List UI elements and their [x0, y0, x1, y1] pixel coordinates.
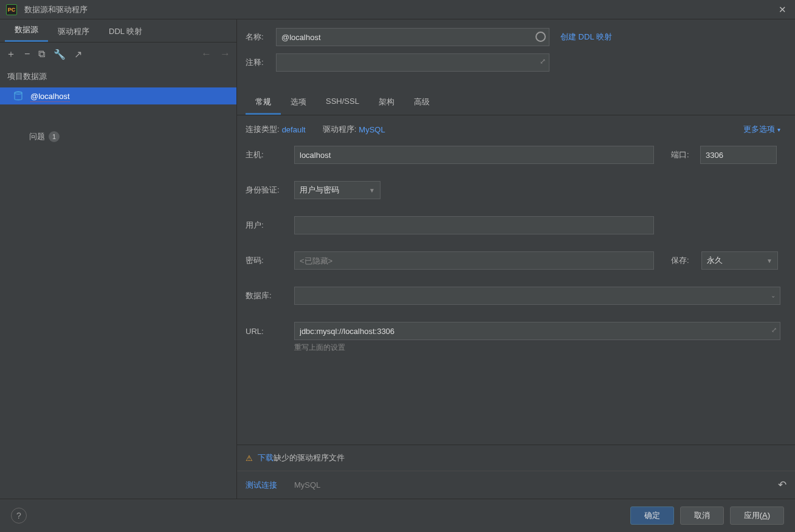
comment-input[interactable]	[276, 53, 549, 72]
warning-icon: ⚠	[246, 454, 253, 463]
url-label: URL:	[246, 327, 294, 336]
url-hint: 重写上面的设置	[294, 343, 780, 353]
create-ddl-link[interactable]: 创建 DDL 映射	[560, 32, 612, 43]
test-connection-link[interactable]: 测试连接	[246, 480, 277, 491]
host-label: 主机:	[246, 149, 294, 160]
title-bar: PC 数据源和驱动程序 ✕	[0, 0, 795, 19]
datasource-name: @localhost	[30, 92, 70, 101]
name-label: 名称:	[246, 32, 276, 43]
notice-text: 缺少的驱动程序文件	[274, 452, 345, 463]
tab-general[interactable]: 常规	[246, 91, 281, 115]
driver-value[interactable]: MySQL	[359, 125, 385, 134]
tab-datasource[interactable]: 数据源	[5, 19, 48, 42]
tab-advanced[interactable]: 高级	[404, 91, 439, 115]
dialog-buttons: ? 确定 取消 应用(A)	[0, 499, 795, 532]
database-label: 数据库:	[246, 290, 294, 301]
right-panel: 名称: 创建 DDL 映射 注释: ⤢ 常规 选项 SSH/SSL 架构 高级	[237, 19, 795, 499]
section-project-datasources: 项目数据源	[0, 66, 236, 87]
export-icon[interactable]: ↗	[74, 49, 82, 60]
tab-drivers[interactable]: 驱动程序	[48, 21, 99, 42]
cancel-button[interactable]: 取消	[680, 506, 724, 525]
color-circle-icon[interactable]	[535, 32, 546, 42]
left-tabs: 数据源 驱动程序 DDL 映射	[0, 19, 236, 43]
user-label: 用户:	[246, 220, 294, 231]
window-title: 数据源和驱动程序	[24, 4, 776, 15]
save-value: 永久	[707, 255, 723, 266]
remove-icon[interactable]: −	[24, 49, 30, 60]
problems-label: 问题	[29, 131, 45, 142]
user-input[interactable]	[294, 216, 654, 234]
auth-dropdown[interactable]: 用户与密码 ▼	[294, 181, 380, 199]
connection-info-row: 连接类型: default 驱动程序: MySQL 更多选项 ▾	[237, 115, 795, 140]
chevron-down-icon: ▾	[777, 126, 780, 133]
chevron-down-icon: ▼	[766, 257, 773, 264]
driver-name-text: MySQL	[294, 480, 320, 489]
copy-icon[interactable]: ⧉	[38, 49, 45, 60]
password-input[interactable]	[294, 251, 654, 270]
host-input[interactable]	[294, 146, 654, 164]
tab-ssh-ssl[interactable]: SSH/SSL	[316, 91, 369, 115]
download-link[interactable]: 下载	[258, 452, 274, 463]
more-options-link[interactable]: 更多选项 ▾	[743, 124, 780, 135]
tab-options[interactable]: 选项	[281, 91, 316, 115]
app-icon: PC	[6, 4, 17, 15]
expand-icon[interactable]: ⤢	[771, 326, 777, 334]
port-label: 端口:	[671, 149, 700, 160]
chevron-down-icon[interactable]: ⌄	[771, 292, 776, 299]
problems-count-badge: 1	[49, 131, 60, 142]
save-label: 保存:	[671, 255, 701, 266]
expand-icon[interactable]: ⤢	[540, 57, 546, 66]
wrench-icon[interactable]: 🔧	[53, 49, 66, 60]
back-icon[interactable]: ←	[201, 48, 212, 60]
conn-type-label: 连接类型:	[246, 124, 280, 135]
auth-value: 用户与密码	[300, 185, 339, 196]
test-row: 测试连接 MySQL ↶	[237, 471, 795, 499]
svg-point-0	[15, 92, 22, 94]
apply-button[interactable]: 应用(A)	[730, 506, 784, 525]
password-label: 密码:	[246, 255, 294, 266]
database-input[interactable]	[294, 287, 780, 305]
left-panel: 数据源 驱动程序 DDL 映射 ＋ − ⧉ 🔧 ↗ ← → 项目数据源 @loc…	[0, 19, 237, 499]
sub-tabs: 常规 选项 SSH/SSL 架构 高级	[237, 91, 795, 115]
tab-ddl-mapping[interactable]: DDL 映射	[99, 21, 152, 42]
chevron-down-icon: ▼	[369, 187, 375, 194]
close-icon[interactable]: ✕	[776, 4, 789, 15]
undo-icon[interactable]: ↶	[778, 479, 786, 491]
url-input[interactable]	[294, 322, 780, 340]
save-dropdown[interactable]: 永久 ▼	[701, 251, 778, 270]
mysql-icon	[13, 91, 23, 101]
port-input[interactable]	[700, 146, 777, 164]
auth-label: 身份验证:	[246, 185, 294, 196]
name-input[interactable]	[276, 28, 549, 46]
driver-notice: ⚠ 下载 缺少的驱动程序文件	[237, 445, 795, 471]
driver-label: 驱动程序:	[323, 124, 357, 135]
ok-button[interactable]: 确定	[630, 506, 674, 525]
help-icon[interactable]: ?	[11, 508, 27, 523]
tab-schema[interactable]: 架构	[369, 91, 404, 115]
problems-row[interactable]: 问题 1	[0, 131, 236, 142]
conn-type-value[interactable]: default	[282, 125, 306, 134]
left-toolbar: ＋ − ⧉ 🔧 ↗ ← →	[0, 43, 236, 66]
comment-label: 注释:	[246, 57, 276, 68]
add-icon[interactable]: ＋	[6, 48, 16, 61]
forward-icon[interactable]: →	[220, 48, 230, 60]
datasource-item-localhost[interactable]: @localhost	[0, 87, 236, 104]
